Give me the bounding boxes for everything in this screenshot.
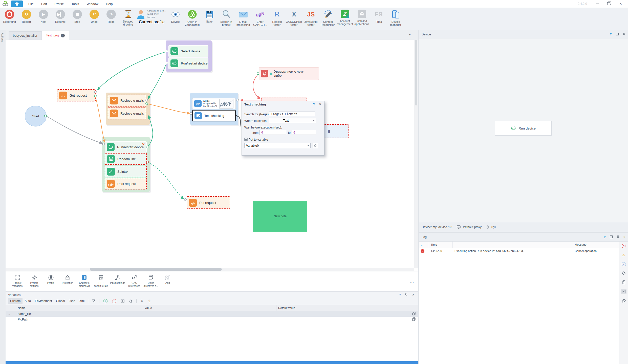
scrollbar-thumb[interactable] bbox=[90, 268, 222, 271]
delayed-drawing-button[interactable]: Delayed drawing bbox=[120, 8, 137, 26]
regexp-tester-button[interactable]: R Regexp tester bbox=[269, 8, 286, 27]
minimize-button[interactable] bbox=[596, 4, 599, 4]
node-get-request[interactable]: ←GET Get request bbox=[57, 89, 96, 101]
add-variable-icon[interactable]: + bbox=[101, 299, 110, 303]
menu-tools[interactable]: Tools bbox=[71, 2, 79, 6]
protection-button[interactable]: Protection bbox=[59, 271, 76, 291]
project-settings-button[interactable]: Project settings bbox=[26, 271, 42, 291]
input-settings-button[interactable]: Input settings bbox=[109, 271, 126, 291]
filter-info-icon[interactable]: i bbox=[621, 261, 626, 267]
tab-close-icon[interactable]: ✕ bbox=[61, 34, 65, 37]
project-variables-button[interactable]: Project variables bbox=[9, 271, 26, 291]
remove-variable-icon[interactable]: − bbox=[110, 299, 119, 303]
node-captcha-recognition[interactable]: ggN Will be recognized in CapMonsterCl..… bbox=[192, 98, 236, 109]
javascript-tester-button[interactable]: JS JavaScript tester bbox=[302, 8, 319, 27]
clean-brush-icon[interactable] bbox=[621, 298, 626, 303]
menu-help[interactable]: Help bbox=[106, 2, 113, 6]
maximize-panel-icon[interactable] bbox=[610, 235, 613, 239]
device-manager-button[interactable]: Device manager bbox=[387, 8, 404, 27]
resize-panel-icon[interactable] bbox=[621, 289, 626, 294]
maximize-button[interactable] bbox=[607, 2, 610, 5]
profile-button[interactable]: Profile bbox=[42, 271, 59, 291]
tab-auto[interactable]: Auto bbox=[23, 298, 33, 304]
node-random-line[interactable]: Random line bbox=[105, 153, 147, 165]
node-receive-emails-1[interactable]: Recieve e-mails bbox=[108, 95, 146, 106]
node-run-restart-device-top[interactable]: Run/restart device bbox=[168, 57, 208, 69]
table-row[interactable]: → name_file bbox=[6, 311, 418, 317]
columns-icon[interactable] bbox=[119, 299, 127, 303]
tab-xml[interactable]: Xml bbox=[77, 298, 86, 304]
account-management-button[interactable]: Z Account management bbox=[336, 8, 353, 26]
from-input[interactable]: 0 bbox=[259, 130, 286, 135]
tab-custom[interactable]: Custom bbox=[8, 298, 23, 304]
gac-references-button[interactable]: GAC references bbox=[126, 271, 143, 291]
help-icon[interactable]: ? bbox=[604, 235, 606, 239]
log-row[interactable]: ✕ 14:35:30 Executing action Run device i… bbox=[419, 248, 619, 254]
flowchart-canvas[interactable] bbox=[6, 40, 414, 268]
context-recognition-button[interactable]: Context Recognition bbox=[319, 8, 336, 27]
close-button[interactable]: × bbox=[619, 1, 622, 6]
pin-icon[interactable] bbox=[617, 235, 619, 239]
scrollbar-thumb[interactable] bbox=[415, 40, 417, 105]
menu-window[interactable]: Window bbox=[87, 2, 98, 6]
current-profile-button[interactable]: Александр Юд... 24.04.1989 Россия Curren… bbox=[137, 8, 167, 24]
close-icon[interactable]: × bbox=[412, 293, 414, 297]
column-value[interactable]: Value bbox=[145, 306, 152, 309]
redo-button[interactable]: ↷ Redo bbox=[103, 8, 120, 23]
tab-global[interactable]: Global bbox=[54, 298, 67, 304]
node-put-request[interactable]: →PUT Put request bbox=[187, 196, 230, 209]
device-screen-icon[interactable] bbox=[621, 280, 626, 285]
eraser-icon[interactable] bbox=[127, 299, 135, 303]
canvas-vertical-scrollbar[interactable] bbox=[414, 40, 418, 268]
search-in-project-button[interactable]: Search in project bbox=[218, 8, 235, 27]
filter-icon[interactable] bbox=[90, 299, 98, 303]
note-box[interactable]: New note bbox=[253, 201, 307, 232]
to-input[interactable]: 0 bbox=[292, 130, 316, 135]
text-checking-dialog[interactable]: Text checking ? × Search for (Regex): Im… bbox=[242, 101, 324, 156]
run-device-button[interactable]: Run device bbox=[495, 121, 552, 136]
where-select[interactable]: Text ▾ bbox=[269, 118, 316, 123]
regex-input[interactable]: Image\s+Element bbox=[269, 112, 315, 116]
add-button[interactable]: Add bbox=[159, 271, 176, 291]
restart-button[interactable]: ↻ Restart bbox=[18, 8, 35, 23]
import-icon[interactable]: ⇩ bbox=[138, 299, 146, 303]
maximize-panel-icon[interactable] bbox=[616, 32, 619, 36]
menu-profile[interactable]: Profile bbox=[54, 2, 64, 6]
tab-list-dropdown-icon[interactable]: ▾ bbox=[409, 33, 410, 36]
device-view-button[interactable]: Device bbox=[167, 8, 184, 23]
dialog-close-icon[interactable]: × bbox=[319, 102, 321, 106]
filter-errors-icon[interactable]: ✕ bbox=[621, 243, 626, 249]
open-in-zennodroid-button[interactable]: Open in ZennoDroid bbox=[184, 8, 201, 27]
email-processing-button[interactable]: E-mail processing bbox=[235, 8, 252, 27]
stop-button[interactable]: Stop bbox=[69, 8, 86, 23]
column-name[interactable]: Name bbox=[18, 306, 26, 309]
next-button[interactable]: ▶ Next bbox=[35, 8, 52, 23]
start-node[interactable]: Start bbox=[25, 106, 47, 126]
pin-icon[interactable] bbox=[405, 293, 408, 296]
using-directives-button[interactable]: Using directives a... bbox=[143, 271, 159, 291]
variable-select[interactable]: Variable0 ▾ bbox=[244, 143, 311, 148]
help-icon[interactable]: ? bbox=[610, 32, 612, 36]
node-select-device[interactable]: Select device bbox=[168, 45, 208, 57]
clear-log-icon[interactable] bbox=[621, 270, 626, 276]
recording-button[interactable]: Recording bbox=[1, 8, 18, 23]
close-icon[interactable]: × bbox=[623, 235, 625, 239]
node-post-request[interactable]: →POST Post request bbox=[105, 178, 147, 189]
help-icon[interactable]: ? bbox=[399, 293, 401, 297]
menu-file[interactable]: File bbox=[28, 2, 34, 6]
copy-variable-button[interactable] bbox=[313, 143, 318, 148]
node-empty-list[interactable]: [] bbox=[321, 124, 349, 138]
filter-warnings-icon[interactable]: ⚠ bbox=[621, 252, 626, 258]
table-row[interactable]: PicPath bbox=[6, 317, 418, 323]
home-button[interactable] bbox=[11, 1, 23, 7]
column-default-value[interactable]: Default value bbox=[278, 306, 295, 309]
toolbar-more-button[interactable]: ... bbox=[410, 280, 414, 284]
menu-edit[interactable]: Edit bbox=[41, 2, 47, 6]
export-icon[interactable]: ⇧ bbox=[146, 299, 153, 303]
copy-icon[interactable] bbox=[412, 312, 416, 315]
save-button[interactable]: Save bbox=[201, 8, 218, 23]
tab-test-proj[interactable]: Test_proj ✕ bbox=[42, 31, 69, 40]
node-notification[interactable]: Уведомляем о чем-либо bbox=[259, 67, 319, 80]
dialog-help-icon[interactable]: ? bbox=[313, 102, 315, 106]
copy-icon[interactable] bbox=[412, 317, 416, 321]
